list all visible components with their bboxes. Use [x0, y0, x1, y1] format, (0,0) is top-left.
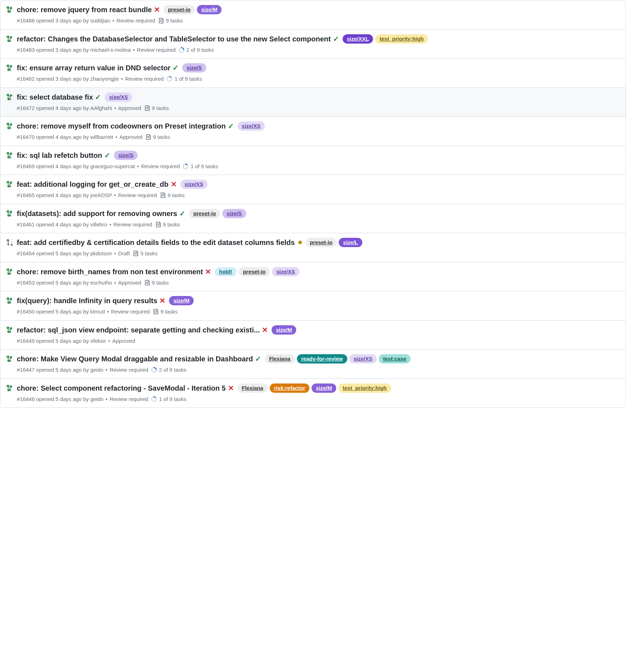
pr-title-link[interactable]: refactor: Changes the DatabaseSelector a… — [17, 34, 331, 44]
opened-text: opened 4 days ago by — [36, 191, 89, 200]
pr-title-link[interactable]: chore: remove birth_names from non test … — [17, 267, 203, 277]
status-success-icon: ✓ — [104, 150, 110, 160]
git-pull-request-open-icon — [6, 9, 13, 14]
task-count: 1 of 9 tasks — [190, 162, 218, 171]
author-link[interactable]: ofekisr — [90, 337, 106, 345]
label[interactable]: size/XS — [105, 92, 132, 102]
pr-number: #16470 — [17, 133, 35, 141]
git-pull-request-open-icon — [6, 183, 13, 189]
label[interactable]: Flexiana — [238, 383, 268, 393]
task-count: 9 tasks — [166, 17, 183, 25]
pull-request-row[interactable]: chore: remove jquery from react bundle ✕… — [0, 0, 626, 29]
label[interactable]: size/XS — [180, 180, 208, 189]
task-progress-icon — [151, 396, 157, 402]
author-link[interactable]: willbarrett — [90, 133, 113, 141]
opened-text: opened 3 days ago by — [36, 17, 89, 25]
opened-text: opened 5 days ago by — [36, 279, 89, 287]
pull-request-row[interactable]: chore: remove birth_names from non test … — [0, 262, 626, 291]
review-status: Draft — [118, 250, 130, 258]
author-link[interactable]: ktmud — [90, 308, 105, 316]
label[interactable]: size/XXL — [343, 34, 373, 44]
pr-title-link[interactable]: chore: Select component refactoring - Sa… — [17, 383, 226, 393]
label[interactable]: hold! — [215, 267, 237, 276]
label[interactable]: ready-for-review — [297, 354, 347, 363]
opened-text: opened 4 days ago by — [36, 221, 89, 229]
status-failure-icon: ✕ — [171, 179, 177, 189]
label[interactable]: size/L — [339, 238, 362, 247]
label[interactable]: size/XS — [238, 121, 265, 131]
opened-text: opened 4 days ago by — [36, 133, 89, 141]
pull-request-row[interactable]: refactor: Changes the DatabaseSelector a… — [0, 29, 626, 59]
author-link[interactable]: villebro — [90, 221, 108, 229]
review-status: Review required — [111, 308, 150, 316]
pull-request-row[interactable]: chore: Select component refactoring - Sa… — [0, 378, 626, 408]
pull-request-row[interactable]: chore: Make View Query Modal draggable a… — [0, 349, 626, 378]
label[interactable]: size/XS — [349, 354, 377, 363]
author-link[interactable]: suddjian — [90, 17, 110, 25]
author-link[interactable]: zhaoyongjie — [90, 75, 119, 83]
pull-request-row[interactable]: fix(datasets): add support for removing … — [0, 204, 626, 233]
pr-title-link[interactable]: feat: add certifiedby & certification de… — [17, 237, 295, 247]
opened-text: opened 5 days ago by — [36, 366, 89, 374]
label[interactable]: Flexiana — [265, 354, 295, 363]
pr-number: #16449 — [17, 337, 35, 345]
label[interactable]: size/M — [169, 296, 194, 305]
pr-number: #16450 — [17, 308, 35, 316]
pr-number: #16472 — [17, 104, 35, 112]
pr-title-link[interactable]: fix(datasets): add support for removing … — [17, 209, 177, 219]
label[interactable]: size/S — [182, 63, 206, 72]
author-link[interactable]: geido — [90, 395, 104, 403]
pr-title-link[interactable]: feat: additional logging for get_or_crea… — [17, 179, 169, 189]
pull-request-row[interactable]: feat: additional logging for get_or_crea… — [0, 175, 626, 204]
author-link[interactable]: michael-s-molina — [90, 46, 131, 54]
author-link[interactable]: joeADSP — [90, 191, 112, 200]
review-status: Review required — [118, 191, 157, 200]
author-link[interactable]: pkdotson — [90, 250, 112, 258]
pull-request-row[interactable]: feat: add certifiedby & certification de… — [0, 233, 626, 262]
pr-title-link[interactable]: refactor: sql_json view endpoint: separa… — [17, 325, 260, 335]
author-link[interactable]: AAfghahi — [90, 104, 112, 112]
git-pull-request-open-icon — [6, 38, 13, 44]
review-status: Approved — [119, 133, 142, 141]
label[interactable]: preset-io — [164, 5, 195, 14]
opened-text: opened 5 days ago by — [36, 308, 89, 316]
pull-request-row[interactable]: fix: ensure array return value in DND se… — [0, 58, 626, 87]
checklist-icon — [160, 192, 166, 199]
label[interactable]: size/S — [222, 209, 246, 218]
label[interactable]: test:case — [379, 354, 411, 363]
task-count: 9 tasks — [163, 221, 180, 229]
opened-text: opened 3 days ago by — [36, 46, 89, 54]
label[interactable]: test_priority:high — [338, 383, 391, 393]
label[interactable]: test_priority:high — [375, 34, 428, 44]
pr-title-link[interactable]: chore: Make View Query Modal draggable a… — [17, 354, 253, 364]
status-success-icon: ✓ — [255, 354, 261, 364]
pr-title-link[interactable]: fix: sql lab refetch button — [17, 150, 102, 160]
pull-request-row[interactable]: fix: sql lab refetch button ✓ size/S#164… — [0, 146, 626, 175]
label[interactable]: size/XS — [272, 267, 299, 276]
pr-title-link[interactable]: fix(query): handle Infinity in query res… — [17, 296, 157, 306]
label[interactable]: preset-io — [239, 267, 270, 276]
pull-request-row[interactable]: chore: remove myself from codeowners on … — [0, 116, 626, 146]
label[interactable]: preset-io — [189, 209, 220, 218]
author-link[interactable]: eschutho — [90, 279, 112, 287]
author-link[interactable]: geido — [90, 366, 104, 374]
label[interactable]: size/M — [197, 5, 222, 14]
opened-text: opened 5 days ago by — [36, 250, 89, 258]
status-success-icon: ✓ — [228, 121, 234, 131]
label[interactable]: size/S — [114, 151, 138, 160]
label[interactable]: size/M — [272, 325, 296, 335]
pull-request-row[interactable]: refactor: sql_json view endpoint: separa… — [0, 320, 626, 350]
checklist-icon — [144, 280, 150, 286]
label[interactable]: risk:refactor — [270, 383, 310, 393]
label[interactable]: preset-io — [305, 238, 337, 247]
pull-request-row[interactable]: fix: select database fix ✓ size/XS#16472… — [0, 87, 626, 117]
pr-title-link[interactable]: fix: select database fix — [17, 92, 93, 102]
task-count: 2 of 9 tasks — [187, 46, 214, 54]
author-link[interactable]: graceguo-supercat — [90, 162, 135, 171]
pr-title-link[interactable]: chore: remove myself from codeowners on … — [17, 121, 226, 131]
pr-title-link[interactable]: fix: ensure array return value in DND se… — [17, 63, 170, 73]
pull-request-row[interactable]: fix(query): handle Infinity in query res… — [0, 291, 626, 320]
git-pull-request-open-icon — [6, 125, 13, 131]
pr-title-link[interactable]: chore: remove jquery from react bundle — [17, 5, 152, 15]
label[interactable]: size/M — [312, 383, 336, 393]
